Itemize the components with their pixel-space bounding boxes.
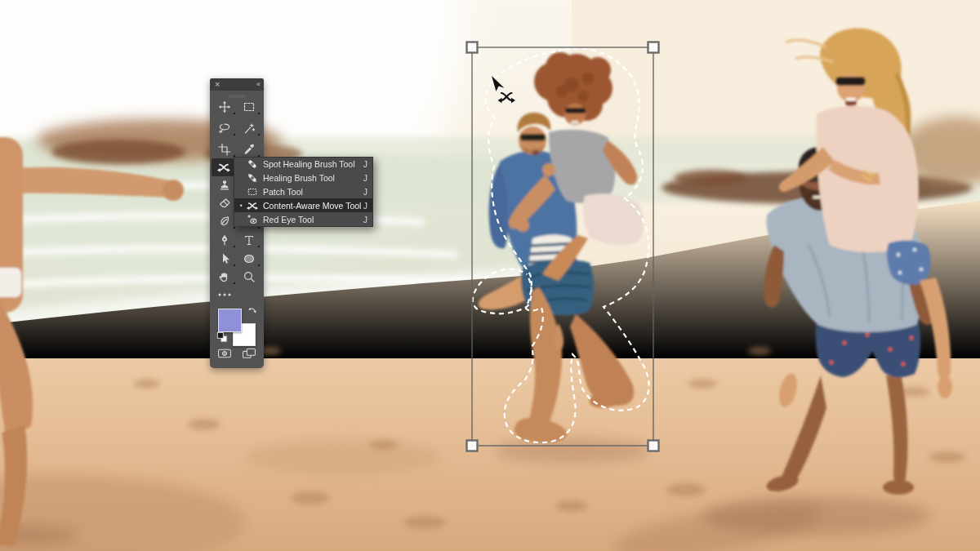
tool-content-aware-move[interactable] [212,158,236,176]
spot-healing-brush-icon [246,158,259,170]
menu-item-red-eye[interactable]: Red Eye Tool J [234,212,372,226]
smudge-icon [218,215,231,228]
menu-item-label: Content-Aware Move Tool [263,201,363,211]
path-selection-icon [218,252,231,265]
rectangular-marquee-icon [243,100,256,113]
red-eye-icon [246,214,259,225]
tool-crop[interactable] [212,140,237,158]
selection-marching-ants[interactable] [473,48,649,442]
tool-ellipse-shape[interactable] [237,250,261,268]
tool-lasso[interactable] [212,119,237,137]
tool-type[interactable] [237,231,261,249]
menu-item-shortcut: J [363,159,370,169]
content-aware-move-icon [216,161,231,174]
transform-handle-top-right[interactable] [648,42,659,53]
ellipse-shape-icon [243,252,256,265]
menu-item-shortcut: J [363,173,370,183]
default-colors-icon[interactable] [216,331,228,343]
transform-handle-top-left[interactable] [467,42,478,53]
quick-selection-icon [243,122,256,135]
hand-icon [218,270,231,283]
zoom-icon [243,270,256,283]
pen-icon [218,233,231,247]
tool-rectangular-marquee[interactable] [237,98,261,116]
close-icon[interactable]: × [215,78,220,91]
lasso-icon [218,122,231,135]
eraser-icon [218,197,231,210]
menu-item-label: Patch Tool [263,187,363,197]
menu-item-label: Spot Healing Brush Tool [263,159,363,169]
tool-eyedropper[interactable] [237,140,261,158]
edit-toolbar-button[interactable] [212,286,237,304]
quick-mask-button[interactable] [217,348,232,359]
eyedropper-icon [243,143,256,156]
menu-item-healing-brush[interactable]: Healing Brush Tool J [234,171,372,185]
clone-stamp-icon [218,179,231,192]
screen-mode-button[interactable] [242,348,256,359]
foreground-color-swatch[interactable] [218,309,242,332]
more-tools-icon [217,291,232,298]
menu-item-spot-healing-brush[interactable]: Spot Healing Brush Tool J [234,158,372,171]
menu-item-label: Red Eye Tool [263,215,363,224]
tool-zoom[interactable] [237,268,261,286]
menu-item-patch[interactable]: Patch Tool J [234,185,372,199]
menu-item-shortcut: J [363,187,370,197]
current-tool-bullet: ▪ [237,202,246,209]
tool-hand[interactable] [212,268,237,286]
type-icon [243,233,256,247]
menu-item-shortcut: J [363,201,370,211]
tool-quick-selection[interactable] [237,119,261,137]
patch-icon [246,186,259,198]
menu-item-shortcut: J [363,215,370,224]
collapse-panel-icon[interactable]: « [256,78,260,91]
tool-move[interactable] [212,98,237,116]
menu-item-label: Healing Brush Tool [263,173,363,183]
move-icon [218,100,231,113]
swap-colors-icon[interactable] [246,306,257,318]
transform-handle-bottom-right[interactable] [648,441,659,451]
healing-brush-icon [246,172,259,184]
crop-icon [218,143,231,156]
tool-path-selection[interactable] [212,250,237,268]
menu-item-content-aware-move[interactable]: ▪ Content-Aware Move Tool J [234,198,372,212]
photoshop-canvas[interactable]: × « [0,0,980,551]
transform-bounding-box[interactable] [472,47,653,446]
tool-pen[interactable] [212,231,237,249]
panel-header[interactable]: × « [210,78,264,91]
content-aware-move-icon [246,200,259,211]
content-aware-move-cursor [492,76,515,103]
transform-handle-bottom-left[interactable] [467,441,478,451]
healing-tools-flyout: Spot Healing Brush Tool J Healing Brush … [234,157,373,227]
